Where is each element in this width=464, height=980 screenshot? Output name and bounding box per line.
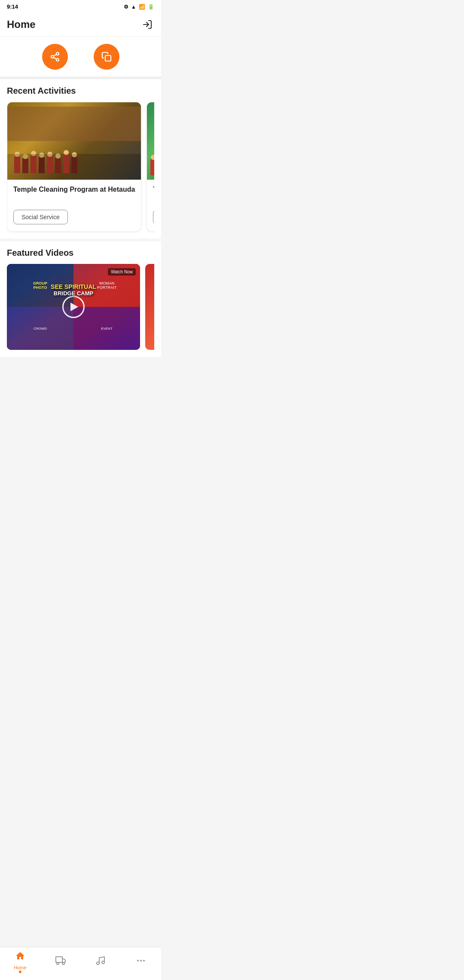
video-card-1[interactable]: GROUPPHOTO WOMANPORTRAIT CROWD EVENT	[7, 264, 140, 350]
settings-icon: ⚙	[124, 4, 128, 10]
watch-now-badge: Watch Now	[108, 268, 136, 276]
featured-videos-title: Featured Videos	[7, 248, 154, 258]
activity-card-2-body: Tree Planting at Jagadgu... Environm...	[147, 180, 154, 231]
play-triangle-icon	[70, 303, 78, 311]
more-icon	[136, 956, 146, 968]
nav-transport[interactable]	[48, 956, 73, 968]
activity-card-2[interactable]: Tree Planting at Jagadgu... Environm...	[147, 102, 154, 232]
svg-rect-6	[105, 55, 111, 61]
activity-card-2-tag[interactable]: Environm...	[153, 210, 154, 224]
nav-home[interactable]: Home	[7, 951, 33, 973]
activity-card-2-title: Tree Planting at Jagadgu...	[153, 185, 154, 204]
nav-more[interactable]	[128, 956, 154, 968]
recent-activities-title: Recent Activities	[7, 86, 154, 96]
activity-card-1-body: Temple Cleaning Program at Hetauda Socia…	[7, 180, 141, 231]
login-icon[interactable]	[140, 18, 154, 31]
battery-icon: 🔋	[148, 4, 154, 10]
video-main-text: SEE SPIRITUAL	[51, 283, 96, 290]
activity-card-1-image	[7, 102, 141, 180]
activity-card-1-tag[interactable]: Social Service	[13, 210, 68, 224]
svg-point-14	[140, 960, 142, 962]
play-button[interactable]	[62, 296, 85, 318]
activity-card-1-title: Temple Cleaning Program at Hetauda	[13, 185, 135, 204]
header: Home	[0, 13, 161, 37]
video-card-2[interactable]	[145, 264, 154, 350]
share-button[interactable]	[42, 44, 68, 70]
activities-scroll[interactable]: Temple Cleaning Program at Hetauda Socia…	[7, 102, 154, 239]
status-bar: 9:14 ⚙ ▲ 📶 🔋	[0, 0, 161, 13]
wifi-icon: ▲	[131, 4, 136, 10]
svg-line-4	[53, 58, 56, 59]
status-icons: ⚙ ▲ 📶 🔋	[124, 4, 154, 10]
svg-point-12	[102, 961, 104, 964]
video-sub-text: BRIDGE CAMP	[51, 290, 96, 297]
svg-line-5	[53, 55, 56, 56]
page-title: Home	[7, 18, 36, 31]
nav-music[interactable]	[88, 956, 113, 968]
activity-card-1[interactable]: Temple Cleaning Program at Hetauda Socia…	[7, 102, 141, 232]
svg-point-9	[57, 962, 59, 965]
videos-scroll[interactable]: GROUPPHOTO WOMANPORTRAIT CROWD EVENT	[7, 264, 154, 357]
svg-marker-8	[62, 959, 65, 962]
music-icon	[95, 956, 106, 968]
video-card-1-bg: GROUPPHOTO WOMANPORTRAIT CROWD EVENT	[7, 264, 140, 350]
featured-videos-section: Featured Videos GROUPPHOTO WOMANPORTRAIT	[0, 241, 161, 357]
svg-rect-7	[56, 957, 62, 962]
nav-active-indicator	[19, 971, 21, 973]
copy-button[interactable]	[94, 44, 119, 70]
bottom-nav: Home	[0, 947, 161, 980]
home-icon	[15, 951, 25, 964]
activity-card-2-image	[147, 102, 154, 180]
svg-point-10	[62, 962, 64, 965]
signal-icon: 📶	[139, 4, 145, 10]
svg-point-15	[143, 960, 145, 962]
svg-point-11	[97, 962, 99, 965]
nav-home-label: Home	[14, 965, 26, 970]
transport-icon	[55, 956, 66, 968]
svg-point-13	[137, 960, 139, 962]
status-time: 9:14	[7, 3, 18, 10]
recent-activities-section: Recent Activities	[0, 79, 161, 239]
action-card	[0, 37, 161, 79]
